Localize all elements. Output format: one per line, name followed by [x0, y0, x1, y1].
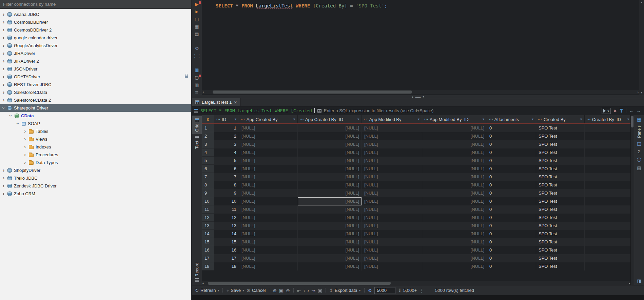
cell-id[interactable]: 2 [214, 132, 239, 140]
cell-app-created-by-id[interactable]: [NULL] [298, 181, 362, 189]
cell-attachments[interactable]: 0 [487, 157, 536, 165]
tree-item-indexes[interactable]: ›Indexes [0, 143, 191, 151]
cell-id[interactable]: 5 [214, 157, 239, 165]
sql-editor-area[interactable]: SELECT * FROM LargeListTest WHERE [Creat… [202, 0, 639, 95]
cell-app-modified-by-id[interactable]: [NULL] [422, 157, 487, 165]
tree-item-procedures[interactable]: ›Procedures [0, 151, 191, 159]
cell-app-created-by-id[interactable]: [NULL] [298, 254, 362, 262]
chevron-right-icon[interactable]: › [2, 91, 5, 94]
chevron-right-icon[interactable]: › [2, 28, 5, 32]
cell-app-modified-by-id[interactable]: [NULL] [422, 165, 487, 173]
row-number-cell[interactable]: 7 [202, 173, 214, 181]
editor-settings-gear-icon[interactable]: ⚙ [193, 46, 201, 51]
tree-item-rest-driver-jdbc[interactable]: ›REST Driver JDBC [0, 81, 191, 88]
cell-created-by-id[interactable] [585, 189, 630, 197]
cell-app-modified-by-id[interactable]: [NULL] [422, 181, 487, 189]
row-number-cell[interactable]: 18 [202, 262, 214, 271]
cell-created-by[interactable]: SPO Test [536, 230, 585, 238]
cell-app-modified-by[interactable]: [NULL] [362, 189, 422, 197]
cell-created-by[interactable]: SPO Test [536, 205, 585, 214]
history-back-icon[interactable] [629, 108, 633, 113]
cell-created-by-id[interactable] [585, 222, 630, 230]
fetch-size-input[interactable] [374, 287, 395, 294]
cell-app-created-by[interactable]: [NULL] [239, 140, 298, 148]
maximize-panel-icon[interactable]: ▦ [637, 117, 641, 122]
cell-id[interactable]: 1 [214, 124, 239, 132]
tree-item-shopifydriver[interactable]: ›ShopifyDriver [0, 166, 191, 174]
grid-corner-cell[interactable] [202, 115, 214, 123]
chevron-right-icon[interactable]: › [2, 192, 5, 196]
explain-plan-icon[interactable]: ▦ [193, 24, 201, 29]
apply-filter-button[interactable] [602, 108, 611, 114]
column-dropdown-icon[interactable]: ▼ [232, 118, 237, 121]
cell-id[interactable]: 8 [214, 181, 239, 189]
cell-created-by[interactable]: SPO Test [536, 189, 585, 197]
cell-created-by[interactable]: SPO Test [536, 181, 585, 189]
cell-app-created-by[interactable]: [NULL] [239, 189, 298, 197]
cell-app-modified-by-id[interactable]: [NULL] [422, 214, 487, 222]
cell-app-created-by-id[interactable]: [NULL] [298, 197, 362, 205]
cell-created-by-id[interactable] [585, 205, 630, 214]
column-dropdown-icon[interactable]: ▼ [529, 118, 534, 121]
tree-item-salesforcecdata-2[interactable]: ›SalesforceCData 2 [0, 96, 191, 104]
tree-item-sharepoint-driver[interactable]: ›Sharepoint Driver [0, 104, 191, 112]
focus-value-icon[interactable]: ▣ [318, 288, 322, 293]
save-button[interactable]: ●Save▾ [226, 288, 244, 293]
aggregate-panel-icon[interactable]: Σ [638, 149, 640, 154]
cell-id[interactable]: 9 [214, 189, 239, 197]
cell-id[interactable]: 3 [214, 140, 239, 148]
tree-item-views[interactable]: ›Views [0, 135, 191, 143]
chevron-right-icon[interactable]: › [23, 137, 27, 141]
execute-statement-icon[interactable]: ▶ [193, 2, 201, 7]
scroll-down-icon[interactable] [641, 91, 643, 94]
cell-app-modified-by[interactable]: [NULL] [362, 254, 422, 262]
tree-item-asana-jdbc[interactable]: ›Asana JDBC [0, 11, 191, 18]
cell-id[interactable]: 13 [214, 222, 239, 230]
row-number-cell[interactable]: 16 [202, 246, 214, 254]
cell-app-created-by-id[interactable]: [NULL] [298, 165, 362, 173]
cell-app-modified-by[interactable]: [NULL] [362, 205, 422, 214]
cell-app-modified-by-id[interactable]: [NULL] [422, 197, 487, 205]
chevron-right-icon[interactable]: › [2, 36, 5, 40]
tree-item-cosmosdbdriver[interactable]: ›CosmosDBDriver [0, 18, 191, 26]
cell-app-modified-by-id[interactable]: [NULL] [422, 140, 487, 148]
cell-app-created-by-id[interactable]: [NULL] [298, 222, 362, 230]
cell-created-by-id[interactable] [585, 148, 630, 157]
row-number-cell[interactable]: 6 [202, 165, 214, 173]
apply-filter-dropdown-icon[interactable] [607, 108, 609, 113]
cell-created-by-id[interactable] [585, 124, 630, 132]
cell-app-modified-by[interactable]: [NULL] [362, 230, 422, 238]
cell-app-modified-by[interactable]: [NULL] [362, 124, 422, 132]
cell-created-by-id[interactable] [585, 214, 630, 222]
cell-id[interactable]: 15 [214, 238, 239, 246]
cell-created-by[interactable]: SPO Test [536, 173, 585, 181]
tree-item-googleanalyticsdriver[interactable]: ›GoogleAnalyticsDriver [0, 42, 191, 49]
chevron-right-icon[interactable]: › [23, 153, 27, 157]
tree-item-jiradriver[interactable]: ›JIRADriver [0, 49, 191, 57]
cell-attachments[interactable]: 0 [487, 205, 536, 214]
cell-app-created-by-id[interactable]: [NULL] [298, 173, 362, 181]
cell-attachments[interactable]: 0 [487, 230, 536, 238]
cell-app-created-by[interactable]: [NULL] [239, 157, 298, 165]
column-header-created-by[interactable]: A-ZCreated By▼ [536, 115, 585, 123]
cell-id[interactable]: 10 [214, 197, 239, 205]
cell-attachments[interactable]: 0 [487, 214, 536, 222]
column-header-app-created-by[interactable]: A-ZApp Created By▼ [239, 115, 298, 123]
tree-item-jsondriver[interactable]: ›JSONDriver [0, 65, 191, 73]
tab-record[interactable]: Record [192, 260, 202, 284]
cell-id[interactable]: 7 [214, 173, 239, 181]
cell-app-created-by[interactable]: [NULL] [239, 173, 298, 181]
cell-created-by[interactable]: SPO Test [536, 148, 585, 157]
cell-app-created-by-id[interactable]: [NULL] [298, 140, 362, 148]
chevron-down-icon[interactable]: › [2, 106, 5, 110]
column-dropdown-icon[interactable]: ▼ [578, 118, 583, 121]
cell-app-modified-by-id[interactable]: [NULL] [422, 230, 487, 238]
cell-app-modified-by[interactable]: [NULL] [362, 181, 422, 189]
filter-funnel-icon[interactable] [619, 109, 623, 113]
last-row-icon[interactable]: ⇥ [311, 288, 315, 293]
chevron-right-icon[interactable]: › [2, 184, 5, 188]
cell-id[interactable]: 17 [214, 254, 239, 262]
column-header-id[interactable]: 123ID▼ [214, 115, 239, 123]
cell-created-by-id[interactable] [585, 246, 630, 254]
clear-filter-icon[interactable] [613, 108, 617, 114]
